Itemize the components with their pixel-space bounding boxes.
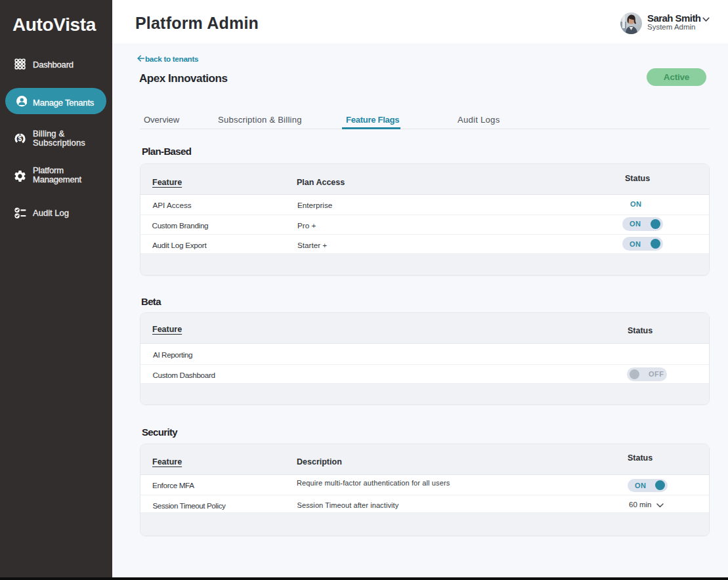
svg-text:$: $ xyxy=(18,135,22,142)
